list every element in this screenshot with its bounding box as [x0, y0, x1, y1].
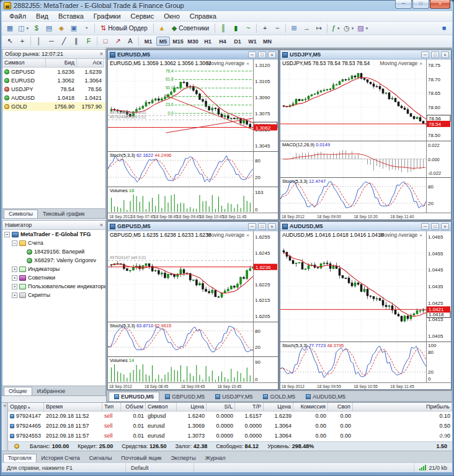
tree-item[interactable]: −Счета [2, 239, 105, 247]
chart-window-tab[interactable]: EURUSD,M5 [109, 392, 159, 401]
chart-area[interactable]: 1.31201.31051.30901.30751.30601.30450.02… [108, 60, 278, 219]
terminal-tab[interactable]: Журнал [201, 454, 230, 462]
order-row[interactable]: 979244652012.09.18 11:57sell0.01eurusd1.… [8, 421, 452, 431]
timeframe-m5[interactable]: M5 [156, 37, 170, 46]
new-chart-button[interactable]: ▦ [4, 23, 16, 34]
column-header[interactable]: Бид [46, 59, 77, 68]
strategy-tester-button[interactable]: ◔ [80, 23, 92, 34]
minimize-button[interactable]: ─ [248, 51, 256, 58]
menu-item[interactable]: Вставка [53, 12, 89, 20]
column-header[interactable]: Цена [264, 403, 293, 412]
chart-canvas[interactable]: 1.31201.31051.30901.30751.30601.30450.02… [108, 60, 278, 219]
close-button[interactable]: × [268, 223, 276, 230]
terminal-tab[interactable]: История Счета [37, 454, 84, 462]
zoom-in-button[interactable]: + [259, 23, 271, 34]
close-button[interactable]: × [441, 223, 449, 230]
maximize-button[interactable]: □ [258, 223, 266, 230]
zoom-out-button[interactable]: − [271, 23, 283, 34]
maximize-button[interactable]: □ [431, 51, 439, 58]
metaeditor-button[interactable]: ▲ [156, 23, 168, 34]
expand-icon[interactable]: + [12, 284, 17, 289]
text-label-button[interactable]: A [124, 36, 136, 47]
data-window-toggle-button[interactable]: ▤ [43, 23, 55, 34]
chart-canvas[interactable]: 78.7578.7078.6578.6078.5578.5078.5678.54… [280, 60, 451, 219]
arrows-tool-button[interactable]: ↗ [112, 36, 124, 47]
crosshair-button[interactable]: + [16, 36, 29, 47]
timeframe-h4[interactable]: H4 [216, 37, 229, 46]
chart-area[interactable]: 1.04651.04551.04451.04351.04251.04151.04… [280, 231, 451, 389]
gbpusd-chart-window[interactable]: GBPUSD,M5─□×1.62551.62451.62351.62251.62… [107, 221, 278, 390]
expand-icon[interactable]: + [12, 267, 17, 272]
tree-item[interactable]: +Пользовательские индикаторы [2, 282, 105, 291]
eurusd-chart-window[interactable]: EURUSD,M5─□×1.31201.31051.30901.30751.30… [107, 50, 278, 220]
expand-icon[interactable]: + [12, 293, 17, 298]
chart-area[interactable]: 78.7578.7078.6578.6078.5578.5078.5678.54… [280, 60, 451, 219]
fibonacci-retracement-button[interactable]: F [82, 36, 95, 47]
title-bar[interactable]: 2882J55: MetaTrader - E-Global Trade & F… [0, 0, 454, 11]
tree-item[interactable]: 18429156: Валерий [2, 247, 105, 256]
templates-button[interactable]: ▨▾ [355, 23, 370, 34]
menu-item[interactable]: Сервис [126, 12, 159, 20]
chart-window-tab[interactable]: GBPUSD,M5 [160, 392, 210, 401]
column-header[interactable]: Цена [177, 403, 207, 412]
minimize-button[interactable]: ─ [395, 0, 412, 9]
column-header[interactable]: Объем [121, 403, 146, 412]
column-header[interactable]: T/P [235, 403, 264, 412]
collapse-icon[interactable]: − [12, 240, 17, 246]
terminal-tab[interactable]: Сигналы [85, 454, 117, 462]
tile-windows-button[interactable]: ⊞ [288, 23, 300, 34]
tree-item[interactable]: +Советники [2, 273, 105, 282]
column-header[interactable]: Ордер ▴ [8, 403, 44, 412]
terminal-tab[interactable]: Эксперты [166, 454, 200, 462]
market-watch-toggle-button[interactable]: $ [30, 23, 43, 34]
collapse-icon[interactable]: − [4, 232, 10, 237]
chart-title-bar[interactable]: GBPUSD,M5─□× [108, 222, 278, 231]
market-watch-tab[interactable]: Символы [4, 209, 38, 218]
column-header[interactable]: Комиссия [293, 403, 328, 412]
shapes-button[interactable]: □ [99, 36, 112, 47]
timeframe-d1[interactable]: D1 [231, 37, 244, 46]
line-chart-button[interactable]: ~ [242, 23, 254, 34]
minimize-button[interactable]: ─ [421, 223, 429, 230]
symbol-row[interactable]: USDJPY78.5478.56 [2, 85, 105, 94]
close-button[interactable]: × [268, 51, 276, 58]
column-header[interactable]: S/L [207, 403, 235, 412]
terminal-toggle-button[interactable]: ▣ [68, 23, 80, 34]
column-header[interactable]: Тип [102, 403, 121, 412]
bar-chart-button[interactable]: ║ [217, 23, 229, 34]
cursor-button[interactable]: ↖ [4, 36, 16, 47]
trend-line-button[interactable]: ╱ [58, 36, 70, 47]
timeframe-mn[interactable]: MN [260, 37, 274, 46]
status-profile[interactable]: Default [126, 463, 194, 472]
minimize-button[interactable]: ─ [421, 51, 429, 58]
column-header[interactable]: Время [44, 403, 102, 412]
chart-area[interactable]: 1.62551.62451.62351.62251.62151.6205#979… [108, 231, 278, 389]
close-icon[interactable]: × [100, 222, 103, 228]
audusd-chart-window[interactable]: AUDUSD,M5─□×1.04651.04551.04451.04351.04… [280, 221, 452, 390]
symbol-row[interactable]: GBPUSD1.62361.6239 [2, 68, 105, 76]
timeframe-m1[interactable]: M1 [141, 37, 155, 46]
chart-canvas[interactable]: 1.04651.04551.04451.04351.04251.04151.04… [280, 231, 451, 389]
close-icon[interactable]: × [3, 403, 6, 408]
column-header[interactable]: Аск [77, 59, 104, 68]
maximize-button[interactable]: □ [412, 0, 429, 9]
tree-item[interactable]: X68297: Valeriy Grigorev [2, 256, 105, 265]
symbol-row[interactable]: GOLD1756.901757.90 [2, 102, 105, 111]
expand-icon[interactable]: + [12, 275, 17, 281]
chart-profiles-button[interactable]: ◫▾ [16, 23, 30, 34]
tree-item[interactable]: −MetaTrader - E-Global TFG [2, 230, 105, 239]
chart-window-tab[interactable]: USDJPY,M5 [210, 392, 257, 401]
usdjpy-chart-window[interactable]: USDJPY,M5─□×78.7578.7078.6578.6078.5578.… [280, 50, 452, 220]
terminal-tab[interactable]: Почтовый ящик [117, 454, 166, 462]
menu-item[interactable]: Справка [185, 12, 221, 20]
column-header[interactable]: Символ [146, 403, 177, 412]
maximize-button[interactable]: □ [431, 223, 439, 230]
maximize-button[interactable]: □ [258, 51, 266, 58]
equidistant-channel-button[interactable]: ∥ [70, 36, 82, 47]
chart-title-bar[interactable]: EURUSD,M5─□× [108, 50, 278, 60]
timeframe-m30[interactable]: M30 [186, 37, 200, 46]
menu-item[interactable]: Окно [159, 12, 185, 20]
timeframe-h1[interactable]: H1 [201, 37, 215, 46]
candlestick-chart-button[interactable]: ▮ [229, 23, 242, 34]
chart-title-bar[interactable]: USDJPY,M5─□× [280, 50, 451, 60]
